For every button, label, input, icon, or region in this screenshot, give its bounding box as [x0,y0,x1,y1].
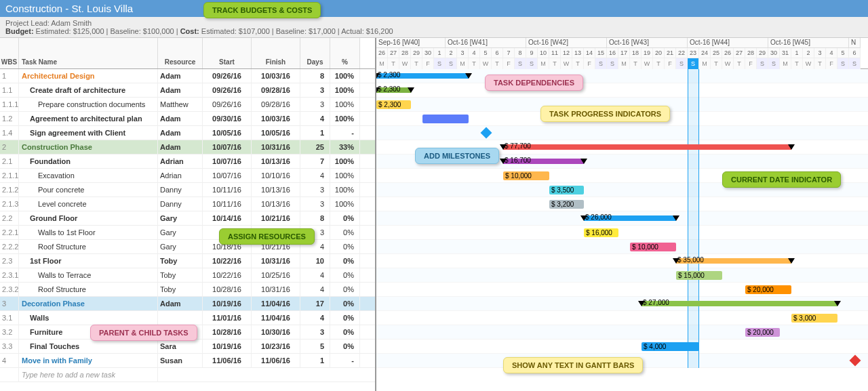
col-start[interactable]: Start [203,38,252,68]
milestone-diamond[interactable] [850,355,861,367]
task-row[interactable]: 1Architectural DesignAdam09/26/1610/03/1… [0,69,375,83]
col-resource[interactable]: Resource [158,38,203,68]
new-task-row[interactable]: Type here to add a new task [0,368,375,382]
task-row[interactable]: 2.1.1ExcavationAdrian10/07/1610/10/16410… [0,169,375,183]
task-row[interactable]: 2.3.1Walls to TerraceToby10/22/1610/25/1… [0,268,375,283]
gantt-bar[interactable]: $ 3,200 [549,200,584,209]
task-row[interactable]: 2.2.1Walls to 1st FloorGary30% [0,226,375,240]
gantt-row[interactable]: $ 4,000 [376,339,868,354]
gantt-bar[interactable]: $ 15,000 [676,271,722,280]
gantt-row[interactable]: $ 10,000 [376,240,868,254]
callout-parent-child: PARENT & CHILD TASKS [90,325,197,341]
task-row[interactable]: 2.2.2Roof StructureGary10/18/1610/21/164… [0,240,375,254]
task-row[interactable]: 2.1FoundationAdrian10/07/1610/13/167100% [0,155,375,169]
gantt-row[interactable]: $ 35,000 [376,254,868,268]
col-pct[interactable]: % [330,38,360,68]
callout-task-deps: TASK DEPENDENCIES [485,75,583,91]
callout-milestones: ADD MILESTONES [415,148,499,164]
gantt-row[interactable]: $ 26,000 [376,211,868,226]
task-row[interactable]: 2.1.3Level concreteDanny10/11/1610/13/16… [0,197,375,211]
gantt-bar[interactable]: $ 2,300 [376,100,411,109]
gantt-bar[interactable]: $ 16,000 [584,228,618,237]
task-row[interactable]: 2.2Ground FloorGary10/14/1610/21/1680% [0,211,375,226]
callout-show-text: SHOW ANY TEXT IN GANTT BARS [503,357,643,373]
task-row[interactable]: 3Decoration PhaseAdam10/19/1611/04/16170… [0,297,375,311]
gantt-row[interactable]: $ 3,200 [376,197,868,211]
callout-task-progress: TASK PROGRESS INDICATORS [540,106,670,122]
col-days[interactable]: Days [300,38,330,68]
gantt-row[interactable]: $ 20,000 [376,325,868,339]
project-title: Construction - St. Louis Villa [5,3,133,14]
milestone-diamond[interactable] [481,127,492,139]
gantt-bar[interactable]: $ 20,000 [745,328,780,337]
budget-label: Budget: [5,27,34,35]
gantt-bar[interactable]: $ 2,300 [376,73,469,79]
grid-header: WBS Task Name Resource Start Finish Days… [0,38,375,69]
gantt-row[interactable]: $ 27,000 [376,297,868,311]
gantt-row[interactable]: $ 15,000 [376,268,868,283]
lead-label: Project Lead: [5,19,50,27]
gantt-row[interactable]: $ 16,000 [376,226,868,240]
gantt-bar[interactable]: $ 26,000 [584,215,676,221]
task-row[interactable]: 2.3.2Roof StructureToby10/28/1610/31/164… [0,283,375,297]
callout-assign-resources: ASSIGN RESOURCES [219,228,315,245]
gantt-bar[interactable] [422,115,469,123]
current-date-line [688,69,699,368]
col-finish[interactable]: Finish [252,38,300,68]
col-task[interactable]: Task Name [19,38,158,68]
gantt-bar[interactable]: $ 27,000 [642,301,837,306]
task-row[interactable]: 3.3Final TouchesSara10/19/1610/23/1650% [0,339,375,354]
gantt-bar[interactable]: $ 77,700 [503,144,791,150]
task-row[interactable]: 1.4Sign agreement with ClientAdam10/05/1… [0,126,375,140]
cost-label: Cost: [180,27,199,35]
task-row[interactable]: 2Construction PhaseAdam10/07/1610/31/162… [0,140,375,155]
task-row[interactable]: 2.31st FloorToby10/22/1610/31/16100% [0,254,375,268]
gantt-bar[interactable]: $ 10,000 [503,171,549,180]
col-wbs[interactable]: WBS [0,38,19,68]
gantt-row[interactable]: $ 2,300 [376,83,868,98]
task-row[interactable]: 3.1Walls11/01/1611/04/1640% [0,311,375,325]
gantt-bar[interactable]: $ 2,300 [376,87,411,93]
gantt-bar[interactable]: $ 3,000 [791,314,837,323]
timeline-header: Sep-16 [W40]Oct-16 [W41]Oct-16 [W42]Oct-… [376,38,868,69]
info-bar: Project Lead: Adam Smith Budget: Estimat… [0,17,868,38]
task-row[interactable]: 2.1.2Pour concreteDanny10/11/1610/13/163… [0,183,375,197]
gantt-row[interactable]: $ 3,000 [376,311,868,325]
gantt-row[interactable]: $ 20,000 [376,283,868,297]
gantt-row[interactable] [376,126,868,140]
lead-name: Adam Smith [51,19,92,27]
task-row[interactable]: 1.1Create draft of architectureAdam09/26… [0,83,375,98]
callout-current-date: CURRENT DATE INDICATOR [722,171,841,188]
gantt-chart[interactable]: Sep-16 [W40]Oct-16 [W41]Oct-16 [W42]Oct-… [376,38,868,391]
gantt-row[interactable]: $ 2,300 [376,69,868,83]
gantt-bar[interactable]: $ 35,000 [676,258,791,264]
task-row[interactable]: 4Move in with FamilySusan11/06/1611/06/1… [0,354,375,368]
gantt-bar[interactable]: $ 16,700 [503,159,584,164]
callout-track-budgets: TRACK BUDGETS & COSTS [203,2,321,18]
gantt-bar[interactable]: $ 4,000 [642,342,699,351]
title-bar: Construction - St. Louis Villa [0,0,868,17]
gantt-bar[interactable]: $ 20,000 [745,285,791,294]
gantt-bar[interactable]: $ 10,000 [630,243,676,251]
task-row[interactable]: 1.1.1Prepare construction documentsMatth… [0,98,375,112]
task-row[interactable]: 1.2Agreement to architectural planAdam09… [0,112,375,126]
gantt-bar[interactable]: $ 3,500 [549,186,584,194]
